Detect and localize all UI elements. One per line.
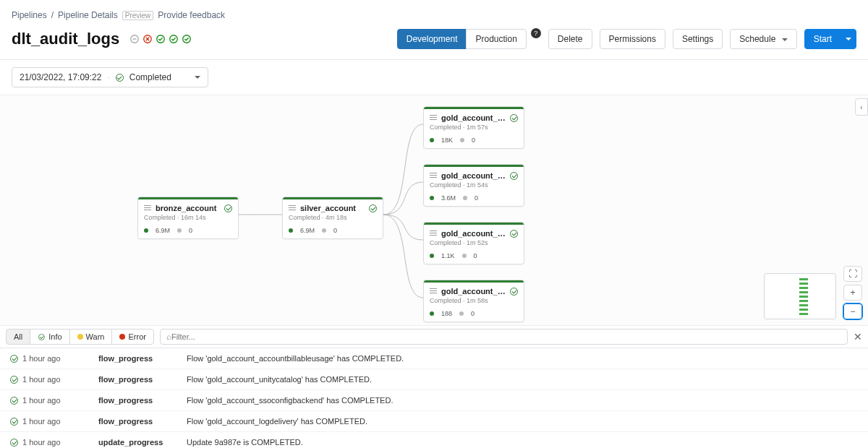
status-icons <box>129 34 192 44</box>
close-icon[interactable]: ✕ <box>854 331 862 343</box>
help-icon[interactable]: ? <box>531 28 541 38</box>
node-status: Completed · 16m 14s <box>138 214 238 224</box>
log-type: flow_progress <box>98 375 178 384</box>
status-success-icon <box>156 34 166 44</box>
log-time: 1 hour ago <box>22 396 61 405</box>
success-icon <box>369 204 377 212</box>
permissions-button[interactable]: Permissions <box>600 29 665 49</box>
node-other: 0 <box>474 252 477 259</box>
node-status: Completed · 1m 58s <box>424 297 524 307</box>
node-silver-account[interactable]: silver_account Completed · 4m 18s 6.9M0 <box>282 197 383 239</box>
node-other: 0 <box>472 137 475 144</box>
success-icon <box>10 418 18 426</box>
zoom-fit-button[interactable]: ⛶ <box>843 266 862 282</box>
dag-canvas[interactable]: ‹ bronze_account Completed · 16m 14s 6.9… <box>0 95 868 326</box>
success-icon <box>10 376 18 384</box>
log-row[interactable]: 1 hour ago flow_progress Flow 'gold_acco… <box>0 369 868 390</box>
table-icon <box>430 288 437 294</box>
log-time: 1 hour ago <box>22 438 61 447</box>
table-icon <box>430 173 437 178</box>
log-message: Flow 'gold_account_accountbillableusage'… <box>187 354 858 363</box>
success-icon <box>10 397 18 405</box>
development-button[interactable]: Development <box>397 29 467 49</box>
success-icon <box>116 74 124 82</box>
settings-button[interactable]: Settings <box>673 29 723 49</box>
log-type: flow_progress <box>98 417 178 426</box>
log-type: flow_progress <box>98 396 178 405</box>
preview-badge: Preview <box>122 11 154 20</box>
start-button[interactable]: Start <box>804 29 841 49</box>
schedule-button[interactable]: Schedule <box>730 29 796 49</box>
breadcrumb-separator: / <box>51 10 54 20</box>
header: dlt_audit_logs Development Production ? … <box>0 23 868 59</box>
log-row[interactable]: 1 hour ago update_progress Update 9a987e… <box>0 432 868 448</box>
success-icon <box>510 288 518 296</box>
zoom-out-button[interactable]: − <box>843 303 862 319</box>
table-icon <box>430 231 437 236</box>
node-gold-2[interactable]: gold_account_log... Completed · 1m 52s 1… <box>423 222 524 264</box>
node-status: Completed · 1m 57s <box>424 124 524 134</box>
node-bronze-account[interactable]: bronze_account Completed · 16m 14s 6.9M0 <box>137 197 239 239</box>
run-timestamp: 21/03/2022, 17:09:22 <box>20 72 101 82</box>
node-gold-1[interactable]: gold_account_ac... Completed · 1m 54s 3.… <box>423 164 524 207</box>
run-selector[interactable]: 21/03/2022, 17:09:22 · Completed <box>12 67 208 87</box>
minimap[interactable] <box>764 273 836 319</box>
start-dropdown[interactable] <box>841 29 856 49</box>
log-message: Flow 'gold_account_logdelivery' has COMP… <box>187 417 858 426</box>
search-icon: ⌕ <box>166 332 171 342</box>
chevron-down-icon <box>782 38 788 41</box>
tab-all[interactable]: All <box>6 329 30 345</box>
breadcrumb-current: Pipeline Details <box>58 10 118 20</box>
tab-label: Info <box>48 332 61 341</box>
node-other: 0 <box>471 310 475 317</box>
delete-button[interactable]: Delete <box>548 29 592 49</box>
log-row[interactable]: 1 hour ago flow_progress Flow 'gold_acco… <box>0 411 868 432</box>
node-gold-3[interactable]: gold_account_ss... Completed · 1m 58s 18… <box>423 280 524 322</box>
node-other: 0 <box>189 227 192 234</box>
node-other: 0 <box>475 194 478 202</box>
node-title: gold_account_ac... <box>441 113 506 122</box>
log-filter-tabs: All Info Warn Error ⌕ ✕ <box>0 326 868 348</box>
feedback-link[interactable]: Provide feedback <box>158 10 225 20</box>
chevron-down-icon <box>195 76 200 79</box>
log-row[interactable]: 1 hour ago flow_progress Flow 'gold_acco… <box>0 348 868 369</box>
tab-info[interactable]: Info <box>30 329 69 345</box>
log-row[interactable]: 1 hour ago flow_progress Flow 'gold_acco… <box>0 390 868 411</box>
zoom-in-button[interactable]: + <box>843 285 862 301</box>
chevron-down-icon <box>846 38 851 40</box>
log-time: 1 hour ago <box>22 417 61 426</box>
success-icon <box>224 204 232 212</box>
table-icon <box>430 115 437 121</box>
node-status: Completed · 1m 54s <box>424 181 524 191</box>
log-filter-input[interactable] <box>171 332 841 341</box>
collapse-sidebar-button[interactable]: ‹ <box>855 98 868 116</box>
schedule-label: Schedule <box>739 34 775 44</box>
log-type: update_progress <box>98 438 178 447</box>
page-title: dlt_audit_logs <box>12 30 119 48</box>
warn-icon <box>77 334 83 340</box>
status-success-icon <box>169 34 179 44</box>
success-icon <box>10 355 18 363</box>
node-other: 0 <box>333 227 337 234</box>
success-icon <box>510 172 518 180</box>
production-button[interactable]: Production <box>466 29 526 49</box>
run-status: Completed <box>129 72 171 82</box>
log-message: Flow 'gold_account_unitycatalog' has COM… <box>187 375 858 384</box>
start-group: Start <box>804 29 856 49</box>
node-gold-0[interactable]: gold_account_ac... Completed · 1m 57s 18… <box>423 106 524 149</box>
breadcrumb-root[interactable]: Pipelines <box>12 10 47 20</box>
success-icon <box>10 439 18 447</box>
node-rows: 3.6M <box>441 194 456 202</box>
node-rows: 1.1K <box>441 252 455 259</box>
info-icon <box>38 334 45 340</box>
tab-error[interactable]: Error <box>111 329 153 345</box>
node-rows: 6.9M <box>156 227 170 234</box>
tab-label: Error <box>128 332 145 341</box>
table-icon <box>289 205 296 211</box>
log-list: 1 hour ago flow_progress Flow 'gold_acco… <box>0 348 868 448</box>
log-filter-search[interactable]: ⌕ <box>160 329 848 345</box>
zoom-controls: ⛶ + − <box>843 266 862 319</box>
node-status: Completed · 4m 18s <box>283 214 383 224</box>
tab-warn[interactable]: Warn <box>69 329 113 345</box>
env-toggle: Development Production <box>397 29 527 49</box>
